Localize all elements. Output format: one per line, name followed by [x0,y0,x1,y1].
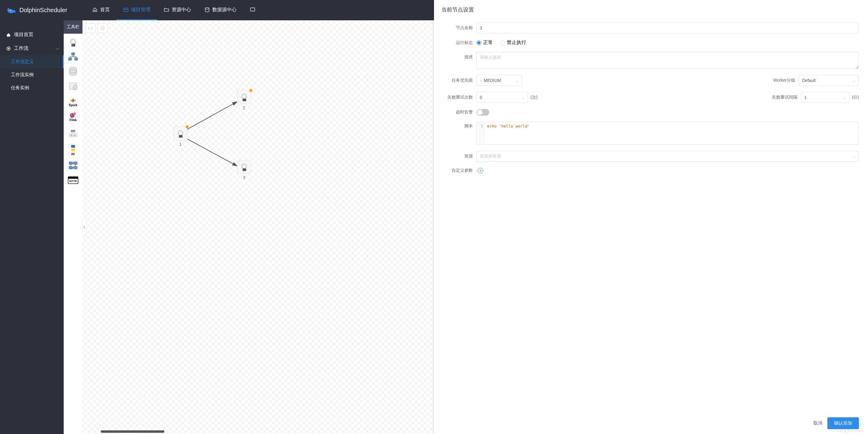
label-retry-interval: 失败重试间隔 [772,95,801,100]
sql-db-icon [68,66,78,77]
tool-dependent[interactable] [67,159,79,171]
label-resource: 资源 [434,153,476,159]
label-script: 脚本 [434,122,476,129]
script-content[interactable]: echo 'hello world' [485,122,859,144]
sidebar-workflow-label: 工作流 [14,45,29,52]
flink-squirrel-icon [68,112,78,118]
select-worker-group[interactable]: Default ⌄ [799,75,859,86]
logo: DolphinScheduler [5,5,67,16]
subprocess-icon [68,52,78,61]
tool-python[interactable]: py [67,142,79,157]
nav-home-label: 首页 [100,7,110,13]
nav-resource[interactable]: 资源中心 [157,0,198,20]
sidebar-workflow[interactable]: 工作流 [0,41,64,55]
label-worker-group: Worker分组 [773,78,799,83]
svg-rect-26 [74,162,78,164]
confirm-button[interactable]: 确认添加 [827,417,859,429]
tool-spark[interactable]: Spork [67,94,79,107]
tool-subprocess[interactable] [67,51,79,63]
svg-point-20 [71,114,72,115]
chevron-left-icon [84,226,85,229]
node-1[interactable]: 1 [174,126,187,147]
radio-forbidden[interactable]: 禁止执行 [500,39,526,46]
select-priority[interactable]: ↑MEDIUM ⌄ [476,75,522,86]
svg-point-0 [10,10,11,11]
chevron-down-icon: ⌄ [852,154,856,158]
tool-http[interactable]: HTTP [67,174,79,186]
svg-point-8 [72,40,74,43]
select-retry-interval[interactable]: 1 ⌄ [801,92,849,103]
svg-rect-40 [243,98,246,102]
chevron-down-icon: ⌄ [843,95,846,99]
watermark: CSDN @菜鸟小窝子 [833,429,864,433]
sidebar-workflow-definition[interactable]: 工作流定义 [0,55,64,68]
shell-gear-icon [239,162,249,172]
svg-text:>_: >_ [72,44,75,47]
retry-interval-value: 1 [804,95,807,100]
label-timeout: 超时告警 [434,110,476,115]
nav-datasource-label: 数据源中心 [212,7,237,13]
nav-more[interactable] [243,0,262,20]
svg-rect-27 [69,166,73,169]
tool-flink[interactable]: Flink [67,109,79,124]
svg-point-42 [243,165,246,168]
svg-rect-2 [124,9,127,10]
script-line-number: 1 [477,122,485,144]
node-status-dot [186,125,189,128]
label-custom-params: 自定义参数 [434,168,476,173]
script-editor[interactable]: 1 echo 'hello world' [476,122,859,145]
add-param-button[interactable]: + [478,168,483,173]
label-retry: 失败重试次数 [434,95,476,100]
nav-project-label: 项目管理 [131,7,150,13]
horizontal-scrollbar[interactable] [101,430,164,433]
svg-rect-12 [68,58,71,60]
tool-mr[interactable]: MR [67,126,79,140]
input-node-name[interactable] [476,23,859,33]
chevron-down-icon: ⌄ [852,78,856,83]
sidebar-project-home[interactable]: 项目首页 [0,28,64,41]
svg-rect-11 [71,53,74,55]
sidebar-task-instance[interactable]: 任务实例 [0,81,64,94]
select-resource[interactable]: 请选择资源 ⌄ [476,151,859,162]
toggle-timeout[interactable] [476,109,489,116]
dolphin-logo-icon [6,5,17,16]
tool-procedure[interactable] [67,80,79,92]
flink-label: Flink [69,118,76,122]
code-icon [88,26,93,30]
retry-unit: (次) [530,95,537,100]
tool-sql[interactable] [67,65,79,78]
svg-rect-13 [74,58,78,60]
arrow-up-icon: ↑ [480,78,482,83]
textarea-desc[interactable] [476,52,859,69]
nav-home[interactable]: 首页 [86,0,117,20]
nav-project[interactable]: 项目管理 [117,0,157,20]
chevron-down-icon: ⌄ [522,95,525,99]
svg-point-17 [73,85,78,90]
code-view-button[interactable] [86,23,95,33]
panel-form: 节点名称 运行标志 正常 禁止执行 描述 任务优先级 ↑MEDIUM [434,20,868,412]
node-3[interactable]: 3 [237,160,251,180]
main-nav: 首页 项目管理 资源中心 数据源中心 [86,0,262,20]
forward-button[interactable] [98,23,107,33]
svg-point-36 [179,132,182,135]
shell-gear-icon [239,92,249,102]
radio-normal[interactable]: 正常 [476,39,493,46]
panel-title: 当前节点设置 [434,0,868,20]
cancel-button[interactable]: 取消 [813,420,823,426]
database-icon [205,7,210,12]
brand-name: DolphinScheduler [20,7,67,13]
select-retry[interactable]: 0 ⌄ [476,92,528,103]
python-icon [69,144,77,152]
dependent-icon [68,161,78,170]
sidebar-collapse-handle[interactable] [83,220,86,235]
tool-shell[interactable]: >_ [67,36,79,48]
edge-1-3 [184,136,242,169]
gear-icon [6,46,11,51]
node-2[interactable]: 2 [237,90,251,110]
svg-rect-30 [68,177,78,179]
panel-footer: 取消 确认添加 [434,412,868,434]
sidebar-workflow-instance[interactable]: 工作流实例 [0,68,64,81]
edge-1-2 [184,99,242,133]
resource-placeholder: 请选择资源 [480,153,501,159]
nav-datasource[interactable]: 数据源中心 [198,0,243,20]
